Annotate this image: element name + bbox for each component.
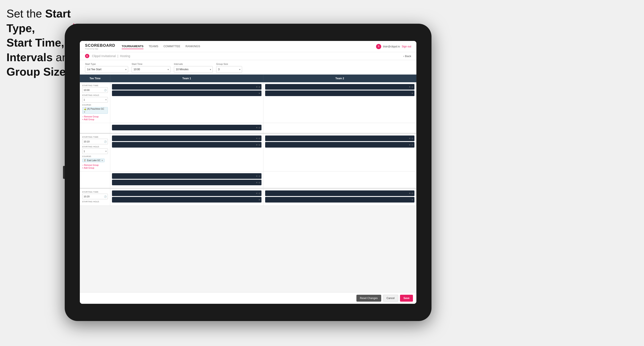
nav-teams[interactable]: TEAMS xyxy=(149,44,158,49)
slot-x-2-1[interactable]: ✕ xyxy=(256,137,258,140)
start-time-label: Start Time xyxy=(132,63,170,65)
group-2-hole-select[interactable]: 1 10 xyxy=(82,149,108,154)
player-slot-1-4: ✕ xyxy=(265,90,415,96)
nav-committee[interactable]: COMMITTEE xyxy=(164,44,180,49)
slot-x-icon[interactable]: ✕ xyxy=(256,86,258,88)
player-slot-2b-1: ✕ ⊙ xyxy=(112,173,262,179)
player-slot-2-2: ✕ ⊙ xyxy=(112,142,262,148)
slot-edit-icon-b1[interactable]: ⊙ xyxy=(258,127,260,129)
player-slot-2-3: ✕ ⊙ xyxy=(265,136,415,141)
group-3-team1: ✕ ⊙ ✕ xyxy=(110,188,264,206)
nav-tournaments[interactable]: TOURNAMENTS xyxy=(122,44,144,49)
group-row-2: STARTING TIME: 🕐 STARTING HOLE: 1 xyxy=(80,133,416,172)
remove-group-2[interactable]: ○ Remove Group xyxy=(82,164,108,166)
group-1-team2: ✕ ⊙ ✕ xyxy=(263,82,416,123)
intervals-label: Intervals xyxy=(174,63,213,65)
group-2-actions: ○ Remove Group + Add Group xyxy=(82,164,108,169)
slot-edit-3-3[interactable]: ⊙ xyxy=(412,192,413,194)
slot-x-2-3[interactable]: ✕ xyxy=(409,137,410,140)
start-time-select[interactable]: 10:00 10:10 10:20 xyxy=(132,66,170,73)
group-1b-team2 xyxy=(263,123,416,134)
reset-changes-button[interactable]: Reset Changes xyxy=(356,295,381,302)
col-header-team1: Team 1 xyxy=(110,75,264,82)
slot-x-2-2[interactable]: ✕ xyxy=(256,144,258,146)
group-2-hole-wrapper: 1 10 xyxy=(82,149,108,154)
group-1-course-tag: ⛳ (A) Peachtree GC ✕ xyxy=(82,107,108,114)
course-remove-2[interactable]: ✕ xyxy=(102,160,103,162)
course-name-1: (A) Peachtree GC xyxy=(87,108,104,110)
nav-links: TOURNAMENTS TEAMS COMMITTEE RANKINGS xyxy=(122,44,376,49)
slot-x-icon-b1[interactable]: ✕ xyxy=(256,127,258,129)
course-name-2: East Lake GC xyxy=(87,159,100,162)
slot-edit-3-1[interactable]: ⊙ xyxy=(258,192,260,194)
add-group-1[interactable]: + Add Group xyxy=(82,118,108,121)
group-1-starting-time-field: 🕐 xyxy=(82,87,108,93)
slot-edit-2b-2[interactable]: ⊙ xyxy=(258,181,260,184)
group-2b-team2 xyxy=(263,172,416,188)
slot-x-icon-3[interactable]: ✕ xyxy=(409,86,410,88)
schedule-table-container: Tee Time Team 1 Team 2 STARTING TIME: 🕐 xyxy=(80,75,416,292)
course-icon-2: 🏌 xyxy=(84,159,86,162)
slot-x-3-2[interactable]: ✕ xyxy=(258,199,260,201)
slot-x-2b-2[interactable]: ✕ xyxy=(256,181,258,184)
tablet-side-button xyxy=(63,166,65,179)
slot-edit-2b-1[interactable]: ⊙ xyxy=(258,175,260,177)
schedule-table: Tee Time Team 1 Team 2 STARTING TIME: 🕐 xyxy=(80,75,416,206)
intervals-select[interactable]: 5 Minutes 8 Minutes 10 Minutes 12 Minute… xyxy=(174,66,213,73)
slot-x-2b-1[interactable]: ✕ xyxy=(256,175,258,177)
slot-x-icon-4[interactable]: ✕ xyxy=(412,92,413,95)
player-slot-3-4: ✕ xyxy=(265,197,415,202)
start-time-group: Start Time 10:00 10:10 10:20 xyxy=(132,63,170,73)
group-row-1b: ✕ ⊙ xyxy=(80,123,416,134)
group-1-hole-select[interactable]: 1 10 xyxy=(82,97,108,103)
slot-edit-icon-2[interactable]: ⊙ xyxy=(412,86,413,88)
group-1-starting-time-label: STARTING TIME: xyxy=(82,84,108,87)
group-2-team1: ✕ ⊙ ✕ ⊙ xyxy=(110,133,264,172)
start-type-label: Start Type xyxy=(85,63,128,65)
group-size-label: Group Size xyxy=(216,63,242,65)
user-email: blair@clippd.io xyxy=(383,45,400,48)
slot-edit-2-2[interactable]: ⊙ xyxy=(258,144,260,146)
group-3-hole-label: STARTING HOLE: xyxy=(82,200,108,203)
slot-x-3-3[interactable]: ✕ xyxy=(409,192,410,194)
slot-edit-2-1[interactable]: ⊙ xyxy=(258,137,260,140)
player-slot-1-3: ✕ ⊙ xyxy=(265,84,415,90)
group-2-course-tag: 🏌 East Lake GC ✕ xyxy=(82,159,105,162)
course-remove-1[interactable]: ✕ xyxy=(84,111,86,113)
group-2-course-label: COURSE: xyxy=(82,155,108,158)
action-bar: Reset Changes Cancel Save xyxy=(80,292,416,304)
user-avatar: B xyxy=(376,44,381,49)
intervals-select-wrapper: 5 Minutes 8 Minutes 10 Minutes 12 Minute… xyxy=(174,66,213,73)
group-2-team2: ✕ ⊙ ✕ ⊙ xyxy=(263,133,416,172)
slot-edit-icon[interactable]: ⊙ xyxy=(258,86,260,88)
group-1-left: STARTING TIME: 🕐 STARTING HOLE: 1 xyxy=(80,82,110,123)
course-icon-1: ⛳ xyxy=(84,108,86,110)
nav-rankings[interactable]: RANKINGS xyxy=(186,44,200,49)
logo-text: SCOREBOARD xyxy=(85,43,115,48)
player-slot-2-4: ✕ ⊙ xyxy=(265,142,415,148)
col-header-team2: Team 2 xyxy=(263,75,416,82)
slot-edit-2-3[interactable]: ⊙ xyxy=(412,137,413,140)
slot-edit-2-4[interactable]: ⊙ xyxy=(412,144,413,146)
col-header-tee-time: Tee Time xyxy=(80,75,110,82)
nav-bar: SCOREBOARD Powered by clipp TOURNAMENTS … xyxy=(80,41,416,52)
slot-x-icon-2[interactable]: ✕ xyxy=(258,92,260,95)
back-button[interactable]: Back xyxy=(403,54,411,58)
group-1b-left xyxy=(80,123,110,134)
slot-x-3-1[interactable]: ✕ xyxy=(256,192,258,194)
start-type-select[interactable]: 1st Tee Start Shotgun Start xyxy=(85,66,128,73)
slot-x-2-4[interactable]: ✕ xyxy=(409,144,410,146)
group-1b-team1: ✕ ⊙ xyxy=(110,123,264,134)
remove-group-1[interactable]: ○ Remove Group xyxy=(82,116,108,118)
group-size-select[interactable]: 2 3 4 xyxy=(216,66,242,73)
tournament-logo: C xyxy=(85,54,89,58)
tablet-screen: SCOREBOARD Powered by clipp TOURNAMENTS … xyxy=(80,41,416,304)
add-group-2[interactable]: + Add Group xyxy=(82,167,108,169)
sign-out-link[interactable]: Sign out xyxy=(402,45,411,48)
group-2-starting-time-label: STARTING TIME: xyxy=(82,136,108,138)
group-row-3: STARTING TIME: 🕐 STARTING HOLE: xyxy=(80,188,416,206)
start-type-select-wrapper: 1st Tee Start Shotgun Start xyxy=(85,66,128,73)
cancel-button[interactable]: Cancel xyxy=(383,295,398,302)
save-button[interactable]: Save xyxy=(400,295,413,302)
slot-x-3-4[interactable]: ✕ xyxy=(412,199,413,201)
